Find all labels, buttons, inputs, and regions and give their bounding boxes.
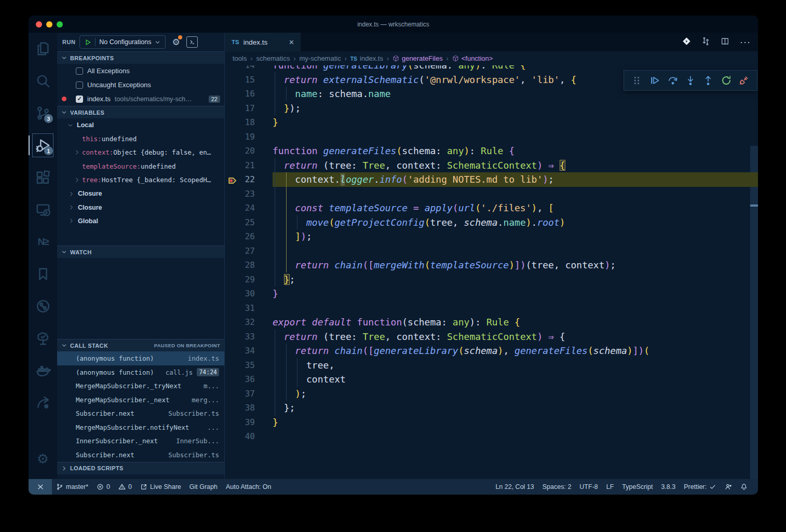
activity-git-graph-icon[interactable]	[29, 290, 57, 322]
gutter[interactable]: 19	[225, 130, 273, 144]
code-line[interactable]: 26 ]);	[225, 229, 758, 244]
code-line[interactable]: 28 return chain([mergeWith(templateSourc…	[225, 258, 758, 272]
status-language-mode[interactable]: TypeScript	[618, 479, 657, 495]
code-line[interactable]: 30}	[225, 287, 758, 301]
code-editor[interactable]: 14function generateLibrary(schema: any):…	[225, 65, 758, 479]
code-line-content[interactable]: return chain([mergeWith(templateSource)]…	[273, 258, 758, 272]
gutter[interactable]: 26	[225, 229, 273, 244]
restart-button[interactable]	[720, 74, 733, 87]
activity-extensions-icon[interactable]	[29, 161, 57, 194]
more-actions-icon[interactable]: ···	[740, 37, 751, 48]
call-stack-frame[interactable]: MergeMapSubscriber.notifyNext...	[57, 420, 224, 434]
breadcrumb-item[interactable]: generateFiles	[392, 54, 443, 62]
code-line[interactable]: 40	[225, 429, 758, 444]
gutter[interactable]: 18	[225, 115, 273, 130]
gutter[interactable]: 17	[225, 101, 273, 116]
watch-section-header[interactable]: WATCH	[57, 245, 224, 258]
zoom-window-button[interactable]	[57, 21, 63, 28]
activity-manage-settings-icon[interactable]: ⚙	[29, 443, 57, 475]
code-line[interactable]: 35 tree,	[225, 358, 758, 373]
variable-scope-row[interactable]: Local	[57, 118, 224, 132]
start-debug-icon[interactable]	[85, 39, 91, 46]
code-line[interactable]: 27	[225, 244, 758, 258]
status-git-graph[interactable]: Git Graph	[185, 479, 222, 495]
activity-todo-tree-icon[interactable]	[29, 322, 57, 354]
scrollbar-thumb[interactable]	[750, 146, 758, 479]
gutter[interactable]: 30	[225, 287, 273, 301]
code-line[interactable]: 23	[225, 187, 758, 201]
variable-scope-row[interactable]: Closure	[57, 200, 224, 214]
call-stack-frame[interactable]: (anonymous function)index.ts	[57, 351, 224, 365]
code-line-content[interactable]	[273, 187, 758, 201]
status-feedback[interactable]	[721, 479, 736, 495]
code-line[interactable]: 18}	[225, 115, 758, 130]
status-errors[interactable]: 0	[92, 479, 114, 495]
activity-explorer-icon[interactable]	[29, 33, 57, 65]
compare-changes-icon[interactable]	[701, 37, 710, 48]
status-encoding[interactable]: UTF-8	[575, 479, 602, 495]
code-line[interactable]: 17 });	[225, 101, 758, 116]
gutter[interactable]: 15	[225, 73, 273, 87]
breadcrumb-item[interactable]: TSindex.ts	[350, 54, 383, 62]
chevron-down-icon[interactable]	[67, 122, 73, 128]
code-line-content[interactable]: context.logger.info('adding NOTES.md to …	[273, 172, 758, 187]
debug-console-icon[interactable]	[186, 36, 198, 48]
breakpoint-row[interactable]: All Exceptions	[57, 64, 224, 78]
close-window-button[interactable]	[36, 21, 42, 28]
editor-scrollbar[interactable]	[750, 65, 758, 479]
gutter[interactable]: 20	[225, 144, 273, 158]
gutter[interactable]: 40	[225, 429, 273, 444]
status-auto-attach[interactable]: Auto Attach: On	[222, 479, 276, 495]
code-line-content[interactable]: return chain([generateLibrary(schema), g…	[273, 344, 758, 358]
code-line-content[interactable]: };	[273, 401, 758, 415]
code-line-content[interactable]: }	[273, 115, 758, 130]
disconnect-button[interactable]	[737, 74, 751, 87]
variable-row[interactable]: templateSource: undefined	[57, 159, 224, 173]
gutter[interactable]: 32	[225, 315, 273, 330]
loaded-scripts-section-header[interactable]: LOADED SCRIPTS	[57, 462, 224, 474]
status-git-branch[interactable]: master*	[52, 479, 92, 495]
breadcrumb-item[interactable]: my-schematic	[300, 54, 341, 62]
gutter[interactable]: 14	[225, 65, 273, 73]
configure-gear-icon[interactable]: ⚙	[172, 37, 180, 48]
code-line[interactable]: 38 };	[225, 401, 758, 415]
code-line-content[interactable]	[273, 301, 758, 316]
code-line-content[interactable]: tree,	[273, 358, 758, 373]
gutter[interactable]: 23	[225, 187, 273, 201]
code-line[interactable]: 31	[225, 301, 758, 316]
code-line-content[interactable]: context	[273, 372, 758, 387]
code-line[interactable]: 19	[225, 130, 758, 144]
activity-docker-icon[interactable]	[29, 354, 57, 387]
code-line-content[interactable]	[273, 130, 758, 144]
code-line[interactable]: 37 );	[225, 387, 758, 401]
step-into-button[interactable]	[684, 74, 697, 87]
breakpoint-checkbox[interactable]: ✓	[76, 96, 83, 103]
code-line-content[interactable]: });	[273, 101, 758, 116]
gutter[interactable]: 27	[225, 244, 273, 258]
gutter[interactable]: 21	[225, 158, 273, 173]
status-eol[interactable]: LF	[602, 479, 618, 495]
code-line-content[interactable]: function generateFiles(schema: any): Rul…	[273, 144, 758, 158]
activity-run-and-debug-icon[interactable]: 1	[29, 129, 57, 161]
call-stack-frame[interactable]: Subscriber.nextSubscriber.ts	[57, 407, 224, 421]
call-stack-frame[interactable]: InnerSubscriber._nextInnerSub...	[57, 434, 224, 448]
variable-scope-row[interactable]: Closure	[57, 187, 224, 200]
chevron-right-icon[interactable]	[74, 177, 80, 183]
gutter[interactable]: 39	[225, 415, 273, 430]
minimize-window-button[interactable]	[46, 21, 52, 28]
code-line-content[interactable]: move(getProjectConfig(tree, schema.name)…	[273, 215, 758, 230]
chevron-right-icon[interactable]	[69, 204, 74, 210]
code-line[interactable]: 22 context.logger.info('adding NOTES.md …	[225, 172, 758, 187]
code-line[interactable]: 32export default function(schema: any): …	[225, 315, 758, 330]
continue-button[interactable]	[648, 74, 661, 87]
status-ts-version[interactable]: 3.8.3	[657, 479, 680, 495]
status-cursor-position[interactable]: Ln 22, Col 13	[491, 479, 538, 495]
gutter[interactable]: 22	[225, 172, 273, 187]
gutter[interactable]: 25	[225, 215, 273, 230]
breadcrumb-item[interactable]: schematics	[256, 54, 290, 62]
close-tab-icon[interactable]: ✕	[289, 38, 294, 46]
activity-search-icon[interactable]	[29, 65, 57, 97]
open-changes-icon[interactable]	[682, 37, 691, 48]
gutter[interactable]: 36	[225, 372, 273, 387]
tab-index-ts[interactable]: TS index.ts ✕	[225, 33, 301, 51]
